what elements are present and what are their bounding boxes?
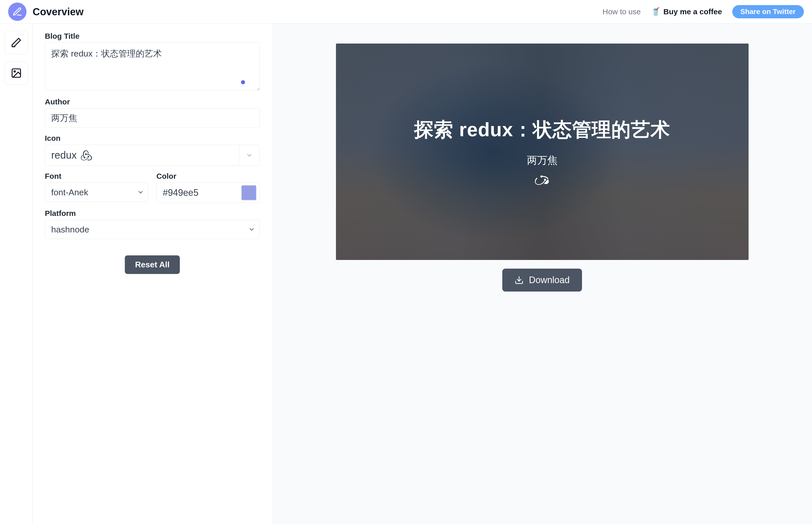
icon-combobox-value: redux (45, 145, 239, 165)
pencil-icon (11, 37, 22, 48)
grammar-indicator-icon (241, 80, 245, 84)
font-label: Font (45, 172, 148, 181)
how-to-use-link[interactable]: How to use (603, 7, 641, 16)
author-label: Author (45, 98, 260, 106)
blog-title-field: Blog Title 探索 redux：状态管理的艺术 (45, 32, 260, 92)
coffee-cup-icon: 🥤 (651, 8, 661, 16)
blog-title-input[interactable]: 探索 redux：状态管理的艺术 (45, 43, 260, 91)
font-select[interactable]: font-Anek (45, 183, 148, 202)
font-field: Font font-Anek (45, 172, 148, 203)
image-icon (11, 67, 22, 79)
share-twitter-button[interactable]: Share on Twitter (732, 5, 804, 18)
cover-author: 两万焦 (527, 153, 557, 167)
platform-label: Platform (45, 209, 260, 218)
icon-value-text: redux (51, 149, 77, 161)
color-label: Color (157, 172, 260, 181)
svg-point-1 (14, 71, 15, 72)
coffee-label: Buy me a coffee (664, 7, 722, 16)
download-button[interactable]: Download (502, 268, 582, 292)
cover-title: 探索 redux：状态管理的艺术 (414, 117, 670, 143)
color-field: Color (157, 172, 260, 203)
download-label: Download (529, 275, 569, 285)
brand-name: Coverview (33, 6, 83, 18)
color-input[interactable] (157, 183, 237, 203)
blog-title-label: Blog Title (45, 32, 260, 40)
cover-preview: 探索 redux：状态管理的艺术 两万焦 (336, 44, 749, 260)
color-swatch[interactable] (241, 185, 257, 200)
platform-select[interactable]: hashnode (45, 220, 260, 239)
icon-combobox[interactable]: redux (45, 145, 260, 166)
download-icon (515, 276, 524, 285)
reset-all-button[interactable]: Reset All (125, 256, 180, 274)
redux-icon (81, 150, 92, 161)
platform-field: Platform hashnode (45, 209, 260, 239)
rail-edit-tab[interactable] (4, 31, 28, 54)
header-right: How to use 🥤 Buy me a coffee Share on Tw… (603, 5, 804, 18)
editor-panel: Blog Title 探索 redux：状态管理的艺术 Author Icon … (33, 24, 272, 524)
brand: Coverview (8, 2, 83, 21)
icon-combobox-toggle[interactable] (239, 152, 260, 159)
preview-pane: 探索 redux：状态管理的艺术 两万焦 Download (272, 24, 812, 524)
cover-redux-icon (535, 170, 550, 187)
left-rail (0, 24, 33, 524)
rail-image-tab[interactable] (4, 61, 28, 85)
icon-field: Icon redux (45, 134, 260, 166)
brand-logo-icon (8, 2, 27, 21)
icon-label: Icon (45, 134, 260, 143)
app-shell: Blog Title 探索 redux：状态管理的艺术 Author Icon … (0, 24, 812, 524)
chevron-down-icon (246, 152, 253, 159)
buy-me-a-coffee-link[interactable]: 🥤 Buy me a coffee (651, 7, 722, 16)
author-field: Author (45, 98, 260, 128)
author-input[interactable] (45, 108, 260, 128)
app-header: Coverview How to use 🥤 Buy me a coffee S… (0, 0, 812, 24)
